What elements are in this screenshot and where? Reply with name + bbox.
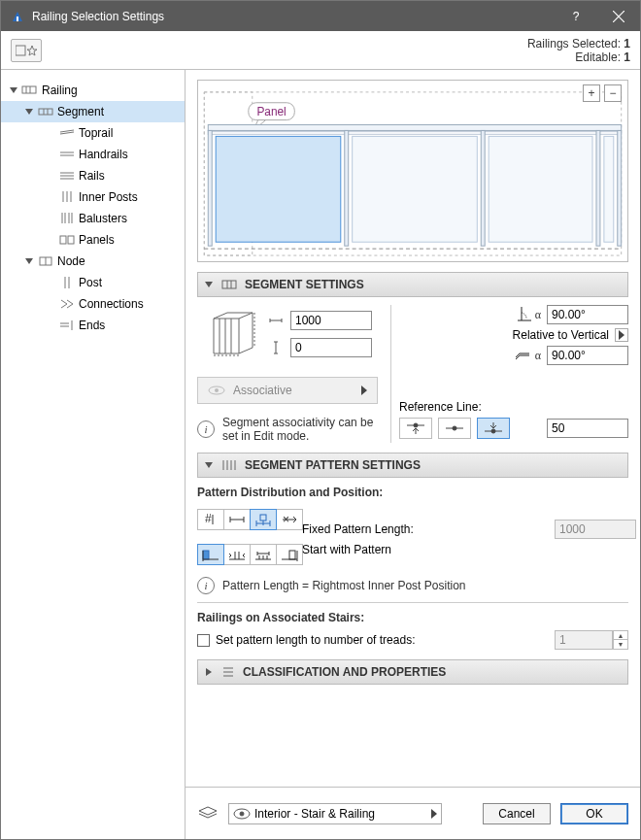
section-pattern-settings-header[interactable]: SEGMENT PATTERN SETTINGS <box>197 453 628 478</box>
segment-offset-input[interactable] <box>290 338 372 357</box>
cancel-button[interactable]: Cancel <box>483 803 551 824</box>
balusters-icon <box>57 213 77 224</box>
set-pattern-to-treads-checkbox[interactable] <box>197 634 210 647</box>
section-segment-settings-header[interactable]: SEGMENT SETTINGS <box>197 272 628 297</box>
treads-count-input <box>555 630 613 650</box>
distribution-spacing-button[interactable] <box>223 509 251 530</box>
tree-item-connections[interactable]: · Connections <box>1 293 185 315</box>
svg-rect-0 <box>17 17 18 21</box>
tree-item-handrails[interactable]: · Handrails <box>1 144 185 165</box>
associativity-note: Segment associativity can be set in Edit… <box>222 416 378 443</box>
svg-rect-8 <box>39 109 52 115</box>
node-icon <box>36 255 55 267</box>
svg-rect-72 <box>203 551 209 559</box>
treads-stepper[interactable]: ▲ ▼ <box>613 630 628 650</box>
angle-top-input[interactable] <box>547 305 628 324</box>
connections-icon <box>57 298 77 310</box>
tree-panel: Railing Segment · Toprail · Handrails · … <box>1 70 186 839</box>
segment-icon <box>36 107 55 117</box>
tree-item-node[interactable]: Node <box>1 251 185 272</box>
section-title: SEGMENT SETTINGS <box>245 278 364 291</box>
svg-rect-35 <box>216 136 341 242</box>
zoom-out-button[interactable]: − <box>604 84 622 102</box>
svg-rect-34 <box>618 130 622 246</box>
angle-bottom-input[interactable] <box>547 346 628 365</box>
origin-segment-button[interactable] <box>250 544 277 565</box>
distribution-fixed-button[interactable] <box>250 509 277 530</box>
horizontal-angle-icon: α <box>514 349 541 363</box>
close-button[interactable] <box>597 1 640 31</box>
tree-item-inner-posts[interactable]: · Inner Posts <box>1 186 185 208</box>
post-icon <box>57 277 77 288</box>
svg-rect-3 <box>16 46 25 55</box>
associative-button[interactable]: Associative <box>197 377 378 404</box>
reference-line-label: Reference Line: <box>399 400 628 414</box>
pattern-icon <box>221 459 237 471</box>
rails-icon <box>57 171 77 181</box>
tree-item-toprail[interactable]: · Toprail <box>1 122 185 144</box>
eye-icon <box>233 808 251 820</box>
distribution-divide-button[interactable]: # <box>197 509 224 530</box>
svg-point-58 <box>414 423 418 427</box>
step-down[interactable]: ▼ <box>614 640 627 649</box>
svg-point-84 <box>240 812 244 816</box>
fixed-pattern-length-input <box>555 520 636 539</box>
handrails-icon <box>57 150 77 159</box>
app-icon <box>9 8 26 25</box>
tree-item-segment[interactable]: Segment <box>1 101 185 122</box>
tree-item-panels[interactable]: · Panels <box>1 229 185 251</box>
railing-icon <box>20 84 40 96</box>
info-icon: i <box>197 577 215 594</box>
set-pattern-to-treads-label: Set pattern length to number of treads: <box>216 633 415 647</box>
svg-point-60 <box>453 426 456 430</box>
title-bar: Railing Selection Settings ? <box>1 1 640 31</box>
toolbar: Railings Selected: 1 Editable: 1 <box>1 31 640 70</box>
pattern-length-info: Pattern Length = Rightmost Inner Post Po… <box>222 579 465 592</box>
section-classification-header[interactable]: CLASSIFICATION AND PROPERTIES <box>197 659 628 685</box>
tree-item-rails[interactable]: · Rails <box>1 165 185 186</box>
toprail-icon <box>57 128 77 138</box>
chevron-right-icon <box>361 386 367 395</box>
segment-length-input[interactable] <box>290 311 372 330</box>
step-up[interactable]: ▲ <box>614 631 627 640</box>
fixed-pattern-length-label: Fixed Pattern Length: <box>302 522 555 536</box>
zoom-in-button[interactable]: + <box>583 84 600 102</box>
layer-name: Interior - Stair & Railing <box>254 807 427 821</box>
pattern-origin-group <box>197 544 302 565</box>
origin-end-button[interactable] <box>276 544 303 565</box>
relative-to-vertical-label: Relative to Vertical <box>513 328 609 342</box>
railings-on-stairs-label: Railings on Associated Stairs: <box>197 611 628 624</box>
refline-option-top[interactable] <box>399 418 432 439</box>
pattern-distribution-label: Pattern Distribution and Position: <box>197 486 628 499</box>
reference-line-input[interactable] <box>547 419 628 438</box>
svg-marker-4 <box>27 46 37 55</box>
origin-center-button[interactable] <box>223 544 251 565</box>
tree-item-railing[interactable]: Railing <box>1 80 185 101</box>
tree-item-post[interactable]: · Post <box>1 272 185 293</box>
tree-item-balusters[interactable]: · Balusters <box>1 208 185 229</box>
refline-option-center[interactable] <box>438 418 471 439</box>
layer-icon <box>197 805 219 822</box>
panels-icon <box>57 235 77 245</box>
refline-option-bottom[interactable] <box>477 418 510 439</box>
inner-posts-icon <box>57 191 77 203</box>
ok-button[interactable]: OK <box>560 803 628 824</box>
svg-rect-19 <box>68 236 74 244</box>
footer: Interior - Stair & Railing Cancel OK <box>186 787 640 839</box>
classification-icon <box>221 665 235 679</box>
svg-rect-29 <box>208 131 621 134</box>
svg-text:×: × <box>283 513 289 526</box>
origin-start-button[interactable] <box>197 544 224 565</box>
tree-item-ends[interactable]: · Ends <box>1 315 185 336</box>
svg-line-45 <box>239 313 253 319</box>
svg-rect-5 <box>22 86 36 93</box>
svg-point-54 <box>215 388 219 392</box>
relative-to-vertical-button[interactable] <box>615 328 628 342</box>
help-button[interactable]: ? <box>555 1 597 31</box>
svg-rect-40 <box>222 281 236 288</box>
distribution-offset-button[interactable]: × <box>276 509 303 530</box>
favorites-button[interactable] <box>11 39 42 62</box>
associative-icon <box>208 385 225 396</box>
svg-rect-37 <box>489 136 592 242</box>
layer-combo[interactable]: Interior - Stair & Railing <box>228 803 442 824</box>
